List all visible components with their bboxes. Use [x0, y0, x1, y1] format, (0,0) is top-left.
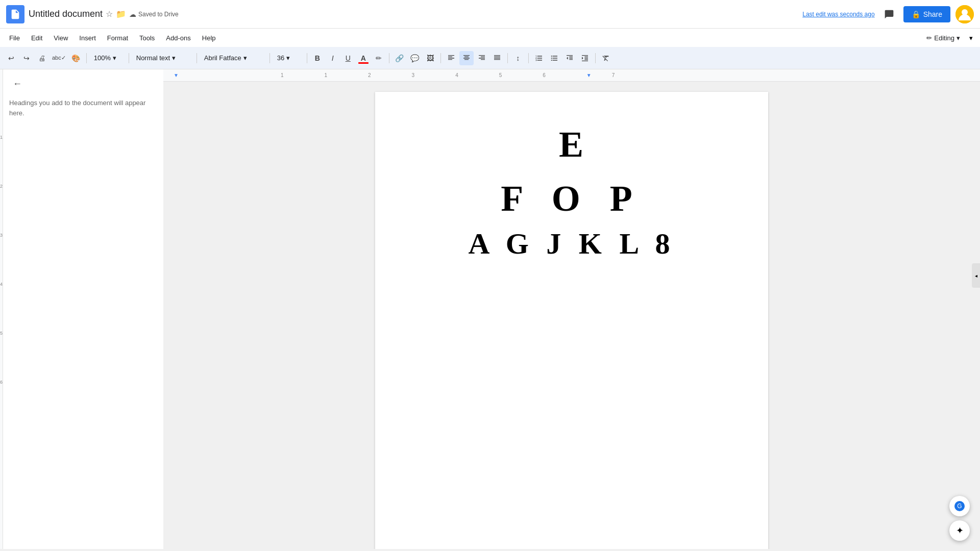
insert-comment-button[interactable]: 💬: [408, 51, 422, 65]
horizontal-ruler: ▼ 1 1 2 3 4 5 6 ▼ 7: [163, 69, 980, 82]
insert-link-button[interactable]: 🔗: [393, 51, 407, 65]
insert-image-button[interactable]: 🖼: [423, 51, 437, 65]
menu-bar: File Edit View Insert Format Tools Add-o…: [0, 29, 980, 47]
ruler-mark: 1: [0, 134, 3, 183]
bold-button[interactable]: B: [310, 51, 325, 65]
menu-tools[interactable]: Tools: [134, 32, 160, 44]
font-chevron: ▾: [243, 54, 247, 62]
toolbar-sep-2: [129, 53, 129, 63]
ruler-marker-2: ▼: [586, 72, 592, 78]
share-button[interactable]: 🔒 Share: [903, 6, 950, 22]
toolbar: ↩ ↪ 🖨 abc✓ 🎨 100% ▾ Normal text ▾ Abril …: [0, 47, 980, 69]
doc-title-row: Untitled document ☆ 📁 ☁ Saved to Drive: [29, 9, 798, 19]
sidebar-area: 1 2 3 4 5 6 ← Headings you add to the do…: [0, 69, 163, 549]
sidebar: ← Headings you add to the document will …: [3, 69, 166, 549]
align-right-button[interactable]: [475, 51, 489, 65]
expand-sidebar-button[interactable]: ◂: [972, 263, 980, 288]
cloud-icon: ☁: [129, 10, 136, 18]
sidebar-headings-hint: Headings you add to the document will ap…: [9, 98, 160, 118]
menu-help[interactable]: Help: [197, 32, 221, 44]
docs-logo: [6, 5, 24, 23]
ruler-mark: 3: [0, 232, 3, 281]
highlight-button[interactable]: ✏: [372, 51, 386, 65]
document-page[interactable]: E F O P A G J K L 8: [375, 92, 768, 549]
document-content[interactable]: E F O P A G J K L 8: [412, 122, 731, 261]
paragraph-style-dropdown[interactable]: Normal text ▾: [132, 51, 193, 65]
ruler-tab-marker[interactable]: ▼: [174, 72, 179, 78]
style-chevron: ▾: [172, 54, 176, 62]
doc-title[interactable]: Untitled document: [29, 9, 103, 19]
align-left-button[interactable]: [444, 51, 458, 65]
redo-button[interactable]: ↪: [19, 51, 34, 65]
saved-status: ☁ Saved to Drive: [129, 10, 179, 18]
zoom-chevron: ▾: [113, 54, 116, 62]
line-spacing-button[interactable]: ↕: [511, 51, 525, 65]
lock-icon: 🔒: [912, 10, 920, 18]
pencil-icon: ✏: [926, 34, 932, 42]
star-icon[interactable]: ☆: [106, 9, 113, 19]
svg-text:G: G: [957, 503, 962, 510]
sidebar-back-button[interactable]: ←: [9, 76, 26, 92]
font-dropdown[interactable]: Abril Fatface ▾: [200, 51, 266, 65]
chevron-up-icon[interactable]: ▾: [966, 32, 976, 44]
toolbar-sep-8: [507, 53, 508, 63]
toolbar-sep-4: [270, 53, 270, 63]
last-edit-link[interactable]: Last edit was seconds ago: [802, 11, 874, 18]
numbered-list-button[interactable]: [532, 51, 546, 65]
align-center-button[interactable]: [459, 51, 474, 65]
smart-compose-button[interactable]: ✦: [949, 520, 970, 541]
bulleted-list-button[interactable]: [547, 51, 561, 65]
text-color-button[interactable]: A: [356, 51, 371, 65]
fontsize-dropdown[interactable]: 36 ▾: [273, 51, 304, 65]
toolbar-sep-3: [197, 53, 197, 63]
spell-check-button[interactable]: abc✓: [50, 51, 68, 65]
clear-formatting-button[interactable]: [599, 51, 613, 65]
menu-format[interactable]: Format: [102, 32, 133, 44]
menu-edit[interactable]: Edit: [26, 32, 47, 44]
toolbar-sep-9: [528, 53, 529, 63]
menu-view[interactable]: View: [48, 32, 73, 44]
fontsize-chevron: ▾: [286, 54, 290, 62]
folder-move-icon[interactable]: 📁: [116, 9, 126, 19]
ruler-mark: 4: [0, 281, 3, 330]
toolbar-sep-7: [440, 53, 441, 63]
document-scroll[interactable]: E F O P A G J K L 8: [163, 82, 980, 549]
title-section: Untitled document ☆ 📁 ☁ Saved to Drive: [29, 9, 798, 19]
paint-format-button[interactable]: 🎨: [69, 51, 83, 65]
italic-button[interactable]: I: [326, 51, 340, 65]
ruler-mark: 5: [0, 330, 3, 379]
title-bar: Untitled document ☆ 📁 ☁ Saved to Drive L…: [0, 0, 980, 29]
doc-line-3[interactable]: A G J K L 8: [412, 226, 731, 262]
bottom-right-controls: G ✦: [949, 496, 970, 541]
underline-button[interactable]: U: [341, 51, 355, 65]
menu-file[interactable]: File: [4, 32, 25, 44]
print-button[interactable]: 🖨: [35, 51, 49, 65]
menu-insert[interactable]: Insert: [74, 32, 101, 44]
ruler-mark: 6: [0, 379, 3, 428]
toolbar-sep-1: [86, 53, 87, 63]
justify-button[interactable]: [490, 51, 504, 65]
editing-mode-button[interactable]: ✏ Editing ▾: [921, 32, 965, 44]
doc-area: ▼ 1 1 2 3 4 5 6 ▼ 7 E F O P A G J K L 8: [163, 69, 980, 549]
user-avatar[interactable]: [955, 5, 974, 23]
decrease-indent-button[interactable]: [562, 51, 577, 65]
right-controls: Last edit was seconds ago 🔒 Share: [798, 5, 974, 23]
toolbar-sep-6: [389, 53, 389, 63]
toolbar-sep-10: [595, 53, 596, 63]
increase-indent-button[interactable]: [578, 51, 592, 65]
menu-addons[interactable]: Add-ons: [161, 32, 195, 44]
toolbar-sep-5: [307, 53, 307, 63]
main-area: 1 2 3 4 5 6 ← Headings you add to the do…: [0, 69, 980, 549]
doc-line-1[interactable]: E: [412, 122, 731, 166]
zoom-dropdown[interactable]: 100% ▾: [90, 51, 126, 65]
undo-button[interactable]: ↩: [4, 51, 18, 65]
chevron-down-icon: ▾: [957, 34, 960, 42]
comment-button[interactable]: [880, 5, 898, 23]
text-color-icon: A: [361, 54, 366, 62]
gemini-button[interactable]: G: [949, 496, 970, 516]
doc-line-2[interactable]: F O P: [412, 177, 731, 220]
ruler-mark: 2: [0, 183, 3, 232]
